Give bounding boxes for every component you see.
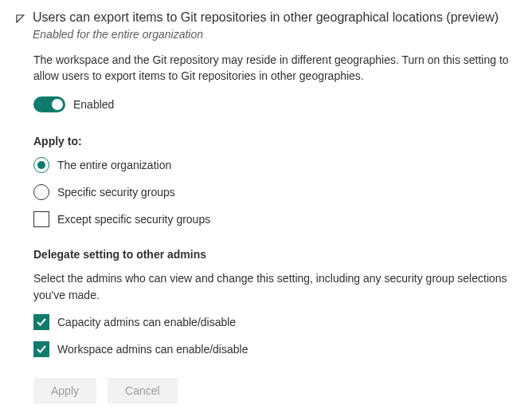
- checkbox-icon: [33, 211, 49, 227]
- setting-description: The workspace and the Git repository may…: [33, 52, 516, 85]
- apply-heading: Apply to:: [33, 135, 516, 148]
- checkbox-capacity-admins[interactable]: Capacity admins can enable/disable: [33, 314, 516, 330]
- checkbox-label: Workspace admins can enable/disable: [57, 343, 248, 356]
- radio-label: The entire organization: [57, 159, 171, 171]
- setting-status: Enabled for the entire organization: [33, 28, 516, 41]
- checkbox-workspace-admins[interactable]: Workspace admins can enable/disable: [33, 341, 516, 357]
- delegate-description: Select the admins who can view and chang…: [33, 270, 516, 303]
- collapse-icon[interactable]: [16, 13, 25, 26]
- radio-icon: [33, 157, 49, 173]
- apply-button[interactable]: Apply: [33, 378, 96, 403]
- cancel-button[interactable]: Cancel: [108, 378, 178, 403]
- checkbox-icon: [33, 341, 49, 357]
- toggle-label: Enabled: [73, 98, 114, 111]
- enable-toggle[interactable]: [33, 96, 65, 112]
- radio-label: Specific security groups: [57, 186, 175, 199]
- radio-icon: [33, 184, 49, 200]
- checkbox-icon: [33, 314, 49, 330]
- radio-specific-groups[interactable]: Specific security groups: [33, 184, 516, 200]
- checkbox-label: Except specific security groups: [57, 213, 210, 226]
- radio-entire-org[interactable]: The entire organization: [33, 157, 516, 173]
- setting-title: Users can export items to Git repositori…: [33, 10, 516, 26]
- delegate-heading: Delegate setting to other admins: [33, 248, 516, 261]
- checkbox-label: Capacity admins can enable/disable: [57, 316, 236, 328]
- checkbox-except-groups[interactable]: Except specific security groups: [33, 211, 516, 227]
